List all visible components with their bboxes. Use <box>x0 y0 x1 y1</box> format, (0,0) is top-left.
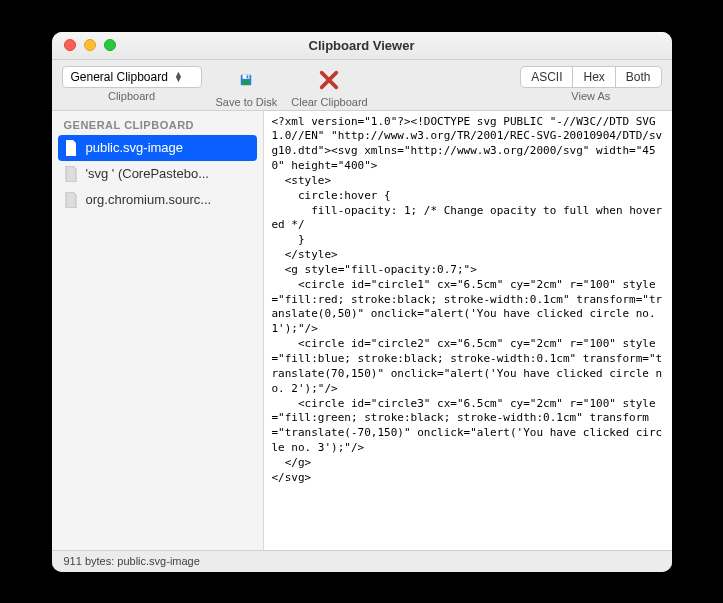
save-group: Save to Disk <box>216 66 278 108</box>
seg-both[interactable]: Both <box>616 67 661 87</box>
floppy-disk-icon <box>239 72 253 88</box>
sidebar-header: GENERAL CLIPBOARD <box>52 115 263 135</box>
clipboard-dropdown[interactable]: General Clipboard ▲▼ <box>62 66 202 88</box>
chevron-updown-icon: ▲▼ <box>174 72 183 82</box>
window-title: Clipboard Viewer <box>52 38 672 53</box>
sidebar-item-0[interactable]: public.svg-image <box>58 135 257 161</box>
clear-button[interactable] <box>315 66 343 94</box>
sidebar-item-label: 'svg ' (CorePastebo... <box>86 166 209 181</box>
clear-group: Clear Clipboard <box>291 66 367 108</box>
save-label: Save to Disk <box>216 96 278 108</box>
sidebar-item-label: public.svg-image <box>86 140 184 155</box>
content-view[interactable]: <?xml version="1.0"?><!DOCTYPE svg PUBLI… <box>264 111 672 550</box>
titlebar: Clipboard Viewer <box>52 32 672 60</box>
sidebar-item-1[interactable]: 'svg ' (CorePastebo... <box>52 161 263 187</box>
clipboard-label: Clipboard <box>108 90 155 102</box>
svg-rect-1 <box>243 74 250 78</box>
svg-rect-2 <box>247 75 249 78</box>
sidebar-item-2[interactable]: org.chromium.sourc... <box>52 187 263 213</box>
svg-rect-3 <box>243 80 250 84</box>
toolbar: General Clipboard ▲▼ Clipboard Save to D… <box>52 60 672 111</box>
viewas-label: View As <box>571 90 610 102</box>
document-icon <box>64 140 78 156</box>
document-icon <box>64 166 78 182</box>
clear-label: Clear Clipboard <box>291 96 367 108</box>
app-window: Clipboard Viewer General Clipboard ▲▼ Cl… <box>52 32 672 572</box>
status-text: 911 bytes: public.svg-image <box>64 555 200 567</box>
x-icon <box>318 69 340 91</box>
document-icon <box>64 192 78 208</box>
viewas-segmented: ASCII Hex Both <box>520 66 661 88</box>
clipboard-group: General Clipboard ▲▼ Clipboard <box>62 66 202 102</box>
seg-ascii[interactable]: ASCII <box>521 67 573 87</box>
seg-hex[interactable]: Hex <box>573 67 615 87</box>
sidebar-item-label: org.chromium.sourc... <box>86 192 212 207</box>
save-button[interactable] <box>232 66 260 94</box>
statusbar: 911 bytes: public.svg-image <box>52 550 672 572</box>
viewas-group: ASCII Hex Both View As <box>520 66 661 102</box>
body: GENERAL CLIPBOARD public.svg-image 'svg … <box>52 111 672 550</box>
sidebar: GENERAL CLIPBOARD public.svg-image 'svg … <box>52 111 264 550</box>
clipboard-dropdown-value: General Clipboard <box>71 70 168 84</box>
